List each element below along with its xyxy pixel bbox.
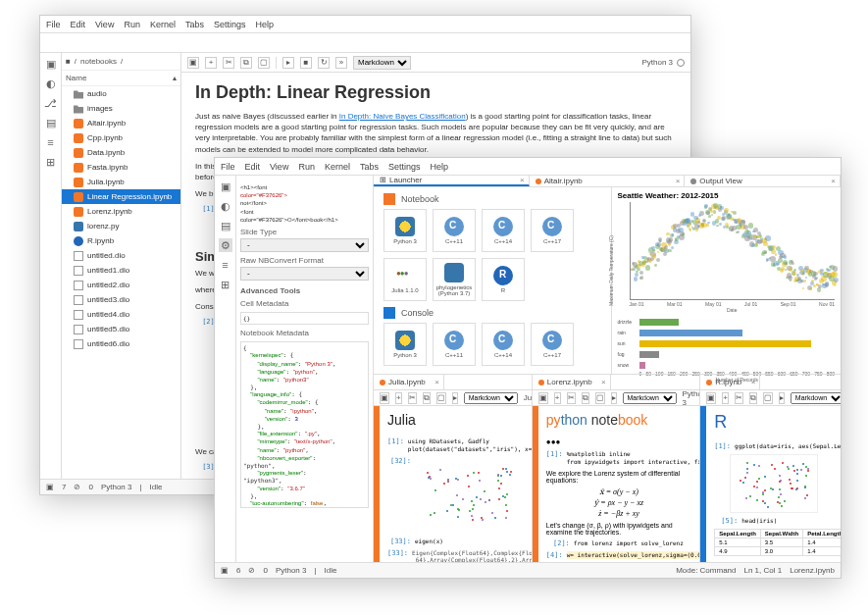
tab-launcher[interactable]: ⊞Launcher×	[374, 176, 530, 186]
run-button[interactable]: ▸	[611, 392, 617, 404]
cell-type-select[interactable]: Markdown	[623, 392, 677, 404]
run-button[interactable]: ▸	[452, 392, 458, 404]
cut-button[interactable]: ✂	[408, 392, 417, 404]
file-row[interactable]: untitled5.dio	[62, 322, 180, 336]
menu-file[interactable]: File	[221, 162, 235, 172]
add-cell-button[interactable]: +	[205, 57, 217, 69]
cell-type-select[interactable]: Markdown	[353, 56, 411, 70]
launcher-card-python-3[interactable]: Python 3	[383, 323, 427, 366]
launcher-card-c-17[interactable]: C++17	[531, 209, 574, 252]
file-row[interactable]: R.ipynb	[62, 233, 180, 248]
git-icon[interactable]: ⎇	[44, 96, 58, 110]
paste-button[interactable]: ▢	[258, 57, 270, 69]
run-button[interactable]: ▸	[779, 392, 785, 404]
menu-edit[interactable]: Edit	[71, 20, 86, 29]
close-icon[interactable]: ×	[520, 176, 525, 184]
status-kernel[interactable]: Python 3	[276, 566, 307, 575]
tabs-icon[interactable]: ≡	[44, 135, 58, 149]
file-row[interactable]: untitled2.dio	[62, 278, 180, 292]
folder-icon[interactable]: ▣	[219, 179, 232, 193]
menu-tabs[interactable]: Tabs	[185, 20, 204, 29]
stop-button[interactable]: ■	[300, 57, 312, 69]
commands-icon[interactable]: ▤	[219, 219, 232, 232]
menu-run[interactable]: Run	[298, 162, 315, 172]
code-line[interactable]: using RDatasets, Gadfly plot(dataset("da…	[408, 437, 532, 453]
tab-r[interactable]: R.ipynb×	[700, 375, 760, 389]
close-icon[interactable]: ×	[751, 378, 756, 386]
kernel-name[interactable]: Python 3	[683, 389, 701, 407]
status-position[interactable]: Ln 1, Col 1	[743, 566, 782, 575]
launcher-card-phylogenetics-python-3-7-[interactable]: phylogenetics (Python 3.7)	[433, 258, 476, 301]
paste-button[interactable]: ▢	[436, 392, 446, 404]
menu-help[interactable]: Help	[255, 20, 274, 29]
menu-help[interactable]: Help	[430, 162, 448, 172]
link-naive-bayes[interactable]: In Depth: Naive Bayes Classification	[339, 112, 466, 121]
file-row[interactable]: Julia.ipynb	[62, 175, 180, 189]
file-row[interactable]: Data.ipynb	[62, 145, 180, 160]
add-cell-button[interactable]: +	[722, 392, 729, 404]
code-line[interactable]: from lorenz import solve_lorenz	[574, 539, 684, 547]
code-line[interactable]: eigen(x)	[415, 538, 443, 545]
code-line[interactable]: head(iris)	[741, 517, 777, 525]
code-line[interactable]: w= interactive(solve_lorenz,sigma=(0.0,5…	[567, 551, 700, 559]
menu-settings[interactable]: Settings	[388, 162, 421, 172]
copy-button[interactable]: ⧉	[423, 392, 431, 404]
launcher-card-julia-1-1-0[interactable]: Julia 1.1.0	[383, 258, 427, 301]
menu-settings[interactable]: Settings	[214, 20, 246, 29]
launcher-card-c-11[interactable]: C++11	[433, 323, 476, 366]
tab-output-view[interactable]: Output View×	[685, 176, 841, 186]
commands-icon[interactable]: ▤	[44, 116, 58, 129]
tab-lorenz[interactable]: Lorenz.ipynb×	[533, 375, 611, 389]
notebook-metadata[interactable]: { "kernelspec": { "display_name": "Pytho…	[240, 341, 369, 508]
file-row[interactable]: images	[62, 101, 180, 116]
file-header[interactable]: Name ▴	[62, 71, 180, 86]
file-row[interactable]: Cpp.ipynb	[62, 130, 180, 145]
breadcrumb[interactable]: ■ / notebooks /	[62, 53, 180, 71]
file-row[interactable]: untitled3.dio	[62, 292, 180, 307]
run-all-button[interactable]: »	[335, 57, 347, 69]
launcher-card-python-3[interactable]: Python 3	[383, 209, 427, 252]
kernel-name[interactable]: Julia	[524, 393, 533, 402]
close-icon[interactable]: ×	[601, 378, 606, 386]
file-row[interactable]: audio	[62, 86, 180, 101]
file-row[interactable]: Lorenz.ipynb	[62, 204, 180, 219]
file-row[interactable]: Altair.ipynb	[62, 116, 180, 130]
menu-edit[interactable]: Edit	[245, 162, 261, 172]
menu-kernel[interactable]: Kernel	[325, 162, 350, 172]
kernel-name[interactable]: Python 3	[641, 58, 673, 67]
cut-button[interactable]: ✂	[567, 392, 576, 404]
file-row[interactable]: Linear Regression.ipynb	[62, 189, 180, 204]
close-icon[interactable]: ×	[434, 378, 439, 386]
running-icon[interactable]: ◐	[219, 199, 232, 213]
code-line[interactable]: %matplotlib inline from ipywidgets impor…	[567, 450, 700, 466]
copy-button[interactable]: ⧉	[749, 392, 757, 404]
inspector-icon[interactable]: ⚙	[219, 238, 232, 252]
extension-icon[interactable]: ⊞	[44, 155, 58, 169]
cut-button[interactable]: ✂	[223, 57, 234, 69]
launcher-card-c-14[interactable]: C++14	[482, 209, 525, 252]
close-icon[interactable]: ×	[676, 177, 681, 185]
menu-view[interactable]: View	[95, 20, 114, 29]
cell-type-select[interactable]: Markdown	[464, 392, 518, 404]
sort-icon[interactable]: ▴	[173, 74, 177, 82]
status-kernel[interactable]: Python 3	[101, 483, 132, 491]
code-line[interactable]: ggplot(data=iris, aes(Sepal.Len	[735, 442, 841, 450]
close-icon[interactable]: ×	[831, 177, 836, 185]
running-icon[interactable]: ◐	[44, 77, 58, 90]
menu-tabs[interactable]: Tabs	[360, 162, 379, 172]
menu-view[interactable]: View	[270, 162, 288, 172]
run-button[interactable]: ▸	[282, 57, 294, 69]
save-button[interactable]: ▣	[187, 57, 199, 69]
tabs-icon[interactable]: ≡	[219, 258, 232, 272]
restart-button[interactable]: ↻	[318, 57, 330, 69]
tab-altair[interactable]: Altair.ipynb×	[530, 176, 686, 186]
slide-type-select[interactable]: -	[240, 238, 369, 252]
file-row[interactable]: Fasta.ipynb	[62, 160, 180, 175]
folder-icon[interactable]: ▣	[44, 57, 58, 71]
cut-button[interactable]: ✂	[735, 392, 743, 404]
tab-julia[interactable]: Julia.ipynb×	[374, 375, 444, 389]
paste-button[interactable]: ▢	[595, 392, 605, 404]
save-button[interactable]: ▣	[380, 392, 389, 404]
extension-icon[interactable]: ⊞	[219, 278, 232, 291]
file-row[interactable]: untitled.dio	[62, 248, 180, 263]
